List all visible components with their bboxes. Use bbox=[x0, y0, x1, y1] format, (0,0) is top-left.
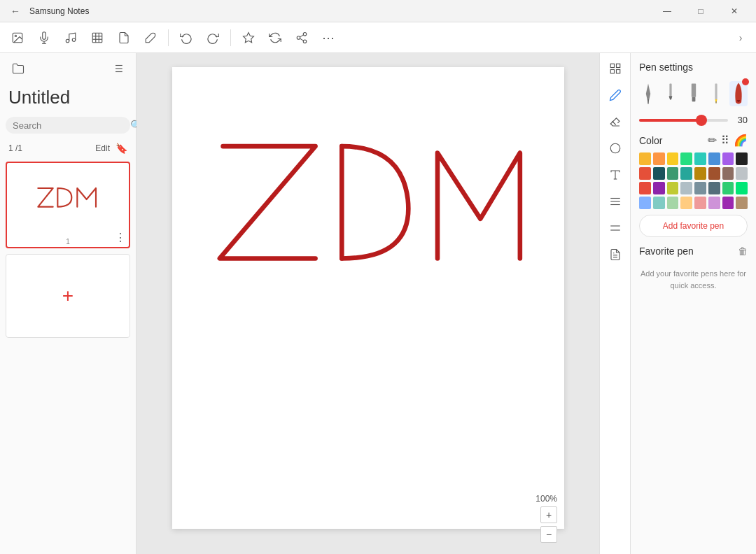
page-thumb-menu-1[interactable]: ⋮ bbox=[115, 231, 126, 244]
color-swatch[interactable] bbox=[722, 152, 734, 165]
edit-button[interactable]: Edit bbox=[92, 142, 113, 155]
color-swatch[interactable] bbox=[694, 182, 706, 194]
svg-rect-25 bbox=[616, 70, 620, 73]
marker-pen-button[interactable] bbox=[684, 81, 702, 106]
share-button[interactable] bbox=[290, 26, 314, 50]
color-swatch[interactable] bbox=[708, 167, 720, 180]
canvas-area[interactable]: 100% + − bbox=[136, 53, 599, 554]
color-swatch[interactable] bbox=[653, 167, 665, 180]
color-swatch[interactable] bbox=[639, 182, 651, 194]
color-swatch[interactable] bbox=[680, 197, 692, 209]
list-view-button[interactable] bbox=[108, 59, 127, 78]
shapes-button[interactable] bbox=[603, 136, 628, 161]
color-swatch[interactable] bbox=[694, 167, 706, 180]
folder-button[interactable] bbox=[8, 59, 28, 78]
color-swatch[interactable] bbox=[653, 182, 665, 194]
text-button[interactable] bbox=[603, 162, 628, 187]
favorite-pen-section: Favorite pen 🗑 Add your favorite pens he… bbox=[639, 246, 748, 297]
color-swatch[interactable] bbox=[722, 197, 734, 209]
page-thumb-1[interactable]: 1 ⋮ bbox=[6, 162, 130, 248]
color-swatch[interactable] bbox=[667, 167, 679, 180]
bookmark-icon[interactable]: 🔖 bbox=[115, 143, 127, 154]
color-swatch[interactable] bbox=[708, 152, 720, 165]
page-thumbnails: 1 ⋮ + bbox=[6, 162, 130, 338]
color-swatch[interactable] bbox=[722, 167, 734, 180]
brush-pen-button[interactable] bbox=[662, 81, 680, 106]
color-swatch[interactable] bbox=[653, 152, 665, 165]
pencil-button[interactable] bbox=[707, 81, 725, 106]
color-swatch[interactable] bbox=[680, 152, 692, 165]
color-swatch[interactable] bbox=[639, 197, 651, 209]
grid-button[interactable] bbox=[603, 56, 628, 81]
insert-table-button[interactable] bbox=[85, 26, 109, 50]
sidebar-top bbox=[6, 59, 130, 78]
maximize-button[interactable]: □ bbox=[685, 0, 717, 22]
color-swatch[interactable] bbox=[736, 182, 748, 194]
insert-image-button[interactable] bbox=[6, 26, 29, 50]
color-row-3 bbox=[639, 182, 748, 194]
doc-button[interactable] bbox=[603, 242, 628, 267]
nav-right-button[interactable]: › bbox=[731, 28, 750, 48]
favorite-button[interactable] bbox=[237, 26, 260, 50]
svg-point-13 bbox=[297, 36, 300, 39]
more-options-button[interactable]: ⋯ bbox=[316, 26, 340, 50]
color-swatch[interactable] bbox=[736, 152, 748, 165]
color-swatch[interactable] bbox=[667, 182, 679, 194]
color-swatch[interactable] bbox=[708, 197, 720, 209]
add-favorite-pen-button[interactable]: Add favorite pen bbox=[639, 215, 748, 237]
color-swatch[interactable] bbox=[639, 152, 651, 165]
color-swatch[interactable] bbox=[653, 197, 665, 209]
add-page-button[interactable]: + bbox=[6, 254, 130, 338]
dots-button[interactable]: ⠿ bbox=[721, 134, 729, 147]
size-slider-thumb[interactable] bbox=[696, 115, 707, 126]
color-swatch[interactable] bbox=[736, 197, 748, 209]
brush-pen-icon bbox=[664, 83, 678, 105]
add-page-icon: + bbox=[62, 285, 74, 307]
page-thumb-label-1: 1 bbox=[7, 238, 129, 246]
pen-mode-button[interactable] bbox=[603, 83, 628, 108]
indent-button[interactable] bbox=[603, 189, 628, 214]
minimize-button[interactable]: — bbox=[651, 0, 683, 22]
size-slider[interactable] bbox=[639, 119, 728, 122]
svg-rect-23 bbox=[610, 64, 614, 67]
selected-pen-button[interactable] bbox=[729, 81, 748, 106]
color-swatch[interactable] bbox=[680, 167, 692, 180]
color-swatch[interactable] bbox=[736, 167, 748, 180]
svg-rect-37 bbox=[670, 84, 672, 97]
marker-pen-icon bbox=[687, 83, 701, 105]
close-button[interactable]: ✕ bbox=[718, 0, 750, 22]
sync-button[interactable] bbox=[263, 26, 287, 50]
lines-button[interactable] bbox=[603, 215, 628, 241]
color-swatch[interactable] bbox=[667, 152, 679, 165]
svg-marker-11 bbox=[244, 32, 254, 42]
eraser-button[interactable] bbox=[603, 109, 628, 134]
color-swatch[interactable] bbox=[694, 152, 706, 165]
record-audio-button[interactable] bbox=[32, 26, 56, 50]
color-swatch[interactable] bbox=[680, 182, 692, 194]
color-swatch[interactable] bbox=[667, 197, 679, 209]
fav-delete-button[interactable]: 🗑 bbox=[738, 246, 748, 257]
search-box[interactable]: 🔍 bbox=[6, 117, 130, 134]
brush-tool-button[interactable] bbox=[139, 26, 162, 50]
search-input[interactable] bbox=[13, 120, 130, 131]
thumbnail-drawing bbox=[26, 177, 110, 233]
drawing-canvas[interactable] bbox=[172, 67, 564, 529]
color-swatch[interactable] bbox=[722, 182, 734, 194]
page-controls: 1 /1 Edit 🔖 bbox=[6, 141, 130, 156]
undo-button[interactable] bbox=[174, 26, 198, 50]
fountain-pen-button[interactable] bbox=[639, 81, 657, 106]
back-button[interactable]: ← bbox=[6, 1, 25, 21]
zoom-out-button[interactable]: − bbox=[540, 526, 557, 543]
insert-file-button[interactable] bbox=[112, 26, 136, 50]
pen-selected-dot bbox=[742, 78, 749, 85]
zoom-in-button[interactable]: + bbox=[540, 506, 557, 523]
color-swatch[interactable] bbox=[639, 167, 651, 180]
insert-music-button[interactable] bbox=[59, 26, 83, 50]
color-swatch[interactable] bbox=[694, 197, 706, 209]
toolbar-separator-1 bbox=[168, 29, 169, 46]
fav-header: Favorite pen 🗑 bbox=[639, 246, 748, 257]
redo-button[interactable] bbox=[201, 26, 225, 50]
gradient-button[interactable]: 🌈 bbox=[734, 134, 748, 147]
edit-color-button[interactable]: ✏ bbox=[708, 134, 717, 147]
color-swatch[interactable] bbox=[708, 182, 720, 194]
